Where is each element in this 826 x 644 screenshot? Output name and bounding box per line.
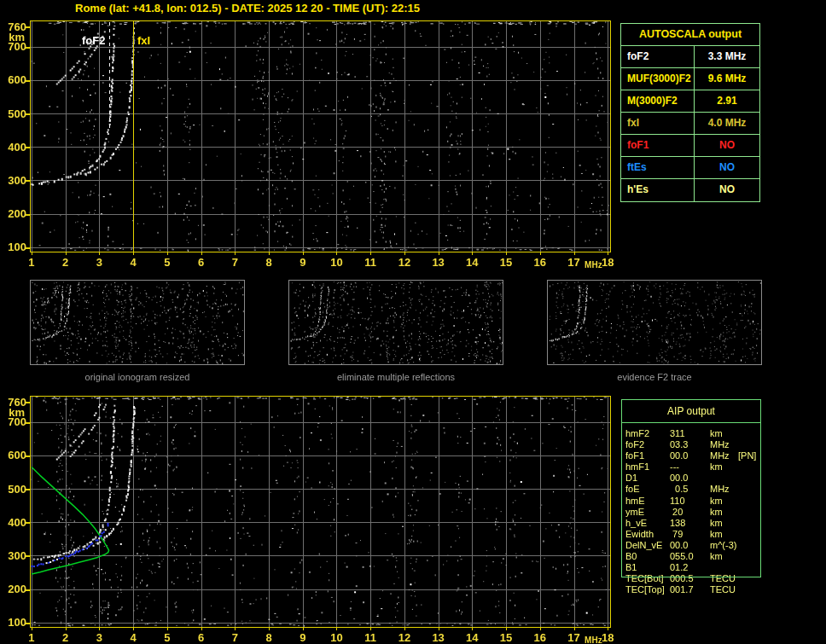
row-unit: MHz [710, 439, 736, 450]
row-value: 9.6 MHz [695, 68, 759, 90]
thumbnail-original-canvas [31, 281, 244, 364]
row-value: NO [695, 157, 759, 178]
row-unit [710, 473, 736, 484]
row-label: ftEs [621, 157, 695, 178]
row-label: TEC[Bot] [625, 573, 670, 584]
table-row: D100.0 [625, 473, 822, 484]
row-unit [710, 562, 736, 573]
table-row: DelN_vE00.0m^(-3) [625, 540, 822, 551]
table-row: foE 0.5MHz [625, 484, 822, 495]
row-value: NO [695, 179, 759, 201]
row-unit: TECU [710, 584, 736, 595]
row-value: --- [670, 461, 696, 473]
row-label: foE [625, 484, 670, 495]
row-unit: MHz [710, 484, 736, 495]
aip-table-header: AIP output [622, 400, 760, 423]
row-unit: m^(-3) [710, 540, 736, 551]
table-row: foF1NO [621, 135, 759, 157]
row-label: MUF(3000)F2 [621, 68, 695, 90]
row-value: 79 [670, 529, 696, 540]
row-value: 00.0 [670, 450, 696, 461]
autoscala-table: AUTOSCALA output foF23.3 MHzMUF(3000)F29… [620, 23, 760, 202]
row-label: h_vE [625, 518, 670, 529]
row-unit: km [710, 551, 736, 562]
thumbnail-evidence-f2-canvas [548, 281, 761, 364]
thumbnail-eliminate-reflections: eliminate multiple reflections [288, 280, 503, 382]
row-value: 2.91 [695, 90, 759, 112]
app-window: Rome (lat: +41.8, lon: 012.5) - DATE: 20… [0, 0, 826, 644]
row-unit: km [710, 428, 736, 439]
thumbnail-caption: eliminate multiple reflections [288, 372, 503, 382]
table-row: B101.2 [625, 562, 822, 573]
row-value: 055.0 [670, 551, 696, 562]
row-label: h'Es [621, 179, 695, 201]
row-label: M(3000)F2 [621, 90, 695, 112]
row-value: 00.0 [670, 540, 696, 551]
top-ionogram-canvas [0, 15, 627, 271]
thumbnail-caption: evidence F2 trace [547, 372, 762, 382]
thumbnail-caption: original ionogram resized [30, 372, 245, 382]
thumbnail-eliminate-reflections-canvas [289, 281, 503, 364]
table-row: foF100.0MHz[PN] [625, 450, 822, 461]
row-label: foF2 [625, 439, 670, 450]
row-unit: km [710, 461, 736, 473]
row-value: 311 [670, 428, 696, 439]
row-label: foF2 [621, 46, 695, 67]
row-value: 110 [670, 496, 696, 507]
table-row: hmF2311km [625, 428, 822, 439]
row-label: foF1 [625, 450, 670, 461]
row-value: 000.5 [670, 573, 696, 584]
row-unit: km [710, 496, 736, 507]
row-label: ymE [625, 507, 670, 518]
row-label: hmE [625, 496, 670, 507]
row-label: foF1 [621, 135, 695, 156]
row-unit: TECU [710, 573, 736, 584]
row-value: 3.3 MHz [695, 46, 759, 67]
row-value: NO [695, 135, 759, 156]
row-label: B0 [625, 551, 670, 562]
table-row: MUF(3000)F29.6 MHz [621, 68, 759, 90]
table-row: ymE 20km [625, 507, 822, 518]
table-row: ftEsNO [621, 157, 759, 179]
row-unit: MHz [710, 450, 736, 461]
row-label: hmF1 [625, 461, 670, 473]
table-row: hmF1---km [625, 461, 822, 473]
table-row: M(3000)F22.91 [621, 90, 759, 113]
table-row: TEC[Bot]000.5TECU [625, 573, 822, 584]
page-title: Rome (lat: +41.8, lon: 012.5) - DATE: 20… [75, 2, 420, 15]
row-value: 001.7 [670, 584, 696, 595]
table-row: B0055.0km [625, 551, 822, 562]
row-value: 20 [670, 507, 696, 518]
table-row: hmE110km [625, 496, 822, 507]
row-label: TEC[Top] [625, 584, 670, 595]
bottom-ionogram-canvas [0, 391, 627, 644]
thumbnail-original: original ionogram resized [30, 280, 245, 382]
autoscala-table-body: foF23.3 MHzMUF(3000)F29.6 MHzM(3000)F22.… [621, 46, 759, 201]
row-value: 00.0 [670, 473, 696, 484]
row-unit: km [710, 518, 736, 529]
row-unit: km [710, 529, 736, 540]
row-label: DelN_vE [625, 540, 670, 551]
thumbnail-row: original ionogram resized eliminate mult… [30, 280, 762, 382]
thumbnail-evidence-f2: evidence F2 trace [547, 280, 762, 382]
table-row: Ewidth 79km [625, 529, 822, 540]
table-row: foF23.3 MHz [621, 46, 759, 68]
row-label: D1 [625, 473, 670, 484]
row-value: 01.2 [670, 562, 696, 573]
row-label: fxI [621, 113, 695, 134]
row-label: Ewidth [625, 529, 670, 540]
row-extra: [PN] [738, 450, 756, 461]
row-value: 03.3 [670, 439, 696, 450]
table-row: TEC[Top]001.7TECU [625, 584, 822, 595]
table-row: fxI4.0 MHz [621, 113, 759, 135]
row-label: hmF2 [625, 428, 670, 439]
row-value: 4.0 MHz [695, 113, 759, 134]
table-row: foF203.3MHz [625, 439, 822, 450]
row-label: B1 [625, 562, 670, 573]
aip-table-body: hmF2311kmfoF203.3MHzfoF100.0MHz[PN]hmF1-… [625, 428, 822, 595]
table-row: h'EsNO [621, 179, 759, 201]
table-row: h_vE138km [625, 518, 822, 529]
row-value: 0.5 [670, 484, 696, 495]
autoscala-table-header: AUTOSCALA output [621, 24, 759, 46]
row-unit: km [710, 507, 736, 518]
